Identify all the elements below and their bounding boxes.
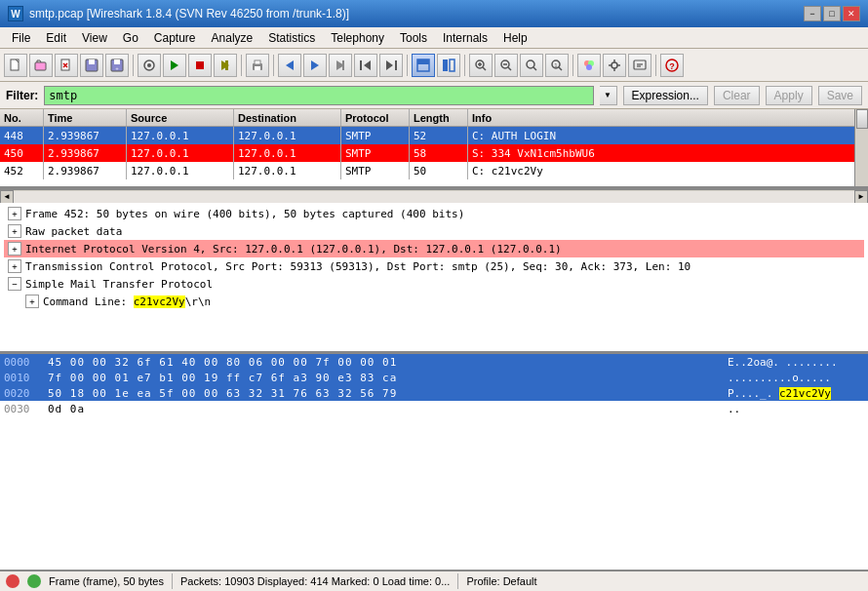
col-header-source: Source — [127, 109, 234, 126]
toolbar-first-btn[interactable] — [354, 54, 377, 77]
hex-row[interactable]: 0000 45 00 00 32 6f 61 40 00 80 06 00 00… — [0, 354, 868, 370]
menu-file[interactable]: File — [4, 29, 38, 47]
expand-icon[interactable]: + — [8, 259, 21, 273]
hex-ascii: E..2oa@. ........ — [728, 356, 864, 369]
col-header-info: Info — [468, 109, 868, 126]
expand-icon[interactable]: − — [8, 277, 21, 291]
detail-row-frame[interactable]: + Frame 452: 50 bytes on wire (400 bits)… — [4, 205, 864, 222]
toolbar-restart-btn[interactable] — [214, 54, 237, 77]
expand-icon[interactable]: + — [8, 224, 21, 238]
menu-telephony[interactable]: Telephony — [323, 29, 392, 47]
pkt-src: 127.0.0.1 — [127, 127, 234, 144]
title-bar-controls: − □ ✕ — [804, 6, 860, 21]
svg-point-38 — [527, 60, 534, 68]
hscroll-right-btn[interactable]: ► — [854, 190, 868, 204]
toolbar-preferences-btn[interactable] — [603, 54, 626, 77]
toolbar-zoom-out-btn[interactable] — [494, 54, 518, 77]
pkt-len: 58 — [410, 144, 468, 162]
hscroll-left-btn[interactable]: ◄ — [0, 190, 14, 204]
toolbar-colorize-btn[interactable] — [577, 54, 601, 77]
menu-capture[interactable]: Capture — [146, 29, 204, 47]
svg-line-39 — [533, 67, 536, 70]
detail-row-smtp[interactable]: − Simple Mail Transfer Protocol — [4, 275, 864, 293]
packet-list-scrollbar[interactable] — [854, 109, 868, 186]
packet-list-hscroll[interactable]: ◄ ► — [0, 189, 868, 203]
toolbar-new-btn[interactable] — [4, 54, 27, 77]
toolbar-open-btn[interactable] — [29, 54, 53, 77]
toolbar-close-btn[interactable] — [55, 54, 78, 77]
toolbar-zoom-fit-btn[interactable]: 1 — [545, 54, 569, 77]
detail-row-cmdline[interactable]: + Command Line: c21vc2Vy\r\n — [4, 293, 864, 310]
toolbar-sep-4 — [407, 55, 408, 76]
save-button[interactable]: Save — [818, 86, 862, 105]
filter-input[interactable] — [44, 86, 593, 105]
hex-row[interactable]: 0030 0d 0a .. — [0, 401, 868, 416]
maximize-button[interactable]: □ — [823, 6, 841, 21]
menu-internals[interactable]: Internals — [435, 29, 495, 47]
menu-tools[interactable]: Tools — [392, 29, 435, 47]
hex-ascii: ..........o..... — [728, 372, 864, 384]
clear-button[interactable]: Clear — [714, 86, 760, 105]
col-header-length: Length — [410, 109, 468, 126]
hex-row[interactable]: 0020 50 18 00 1e ea 5f 00 00 63 32 31 76… — [0, 385, 868, 401]
toolbar-back-btn[interactable] — [278, 54, 301, 77]
menu-help[interactable]: Help — [495, 29, 535, 47]
toolbar-zoom-in-btn[interactable] — [469, 54, 493, 77]
svg-line-32 — [483, 67, 486, 70]
menu-statistics[interactable]: Statistics — [260, 29, 323, 47]
toolbar-stop-btn[interactable] — [188, 54, 212, 77]
expand-icon[interactable]: + — [8, 242, 21, 256]
toolbar-view1-btn[interactable] — [412, 54, 435, 77]
toolbar-forward-btn[interactable] — [303, 54, 327, 77]
toolbar-last-btn[interactable] — [379, 54, 403, 77]
status-indicator-red — [6, 574, 20, 588]
hex-row[interactable]: 0010 7f 00 00 01 e7 b1 00 19 ff c7 6f a3… — [0, 370, 868, 385]
svg-marker-24 — [364, 60, 371, 70]
pkt-time: 2.939867 — [44, 144, 127, 162]
expression-button[interactable]: Expression... — [623, 86, 708, 105]
scrollbar-thumb[interactable] — [856, 109, 868, 129]
pkt-time: 2.939867 — [44, 162, 127, 179]
detail-row-tcp[interactable]: + Transmission Control Protocol, Src Por… — [4, 257, 864, 275]
pkt-no: 448 — [0, 127, 44, 144]
detail-text: Internet Protocol Version 4, Src: 127.0.… — [25, 243, 562, 256]
expand-icon[interactable]: + — [8, 207, 21, 220]
toolbar-annotate-btn[interactable] — [628, 54, 651, 77]
close-button[interactable]: ✕ — [843, 6, 860, 21]
detail-row-ip[interactable]: + Internet Protocol Version 4, Src: 127.… — [4, 240, 864, 257]
toolbar-zoom-reset-btn[interactable] — [520, 54, 543, 77]
svg-line-36 — [508, 67, 511, 70]
toolbar-sep-7 — [655, 55, 656, 76]
menu-analyze[interactable]: Analyze — [204, 29, 261, 47]
menu-go[interactable]: Go — [115, 29, 146, 47]
menu-view[interactable]: View — [74, 29, 115, 47]
svg-marker-20 — [311, 60, 319, 70]
hscroll-track[interactable] — [14, 191, 854, 203]
pkt-dst: 127.0.0.1 — [234, 162, 341, 179]
toolbar-start-btn[interactable] — [163, 54, 186, 77]
toolbar-sep-3 — [273, 55, 274, 76]
detail-row-raw[interactable]: + Raw packet data — [4, 222, 864, 240]
minimize-button[interactable]: − — [804, 6, 821, 21]
packet-row[interactable]: 448 2.939867 127.0.0.1 127.0.0.1 SMTP 52… — [0, 127, 868, 144]
toolbar-help-btn[interactable]: ? — [660, 54, 684, 77]
menu-edit[interactable]: Edit — [38, 29, 74, 47]
svg-point-46 — [612, 62, 617, 68]
pkt-src: 127.0.0.1 — [127, 144, 234, 162]
toolbar-save-as-btn[interactable]: + — [105, 54, 129, 77]
packet-row[interactable]: 450 2.939867 127.0.0.1 127.0.0.1 SMTP 58… — [0, 144, 868, 162]
hex-bytes: 50 18 00 1e ea 5f 00 00 63 32 31 76 63 3… — [48, 387, 728, 400]
packet-row[interactable]: 452 2.939867 127.0.0.1 127.0.0.1 SMTP 50… — [0, 162, 868, 179]
detail-text: Frame 452: 50 bytes on wire (400 bits), … — [25, 208, 464, 220]
filter-dropdown-btn[interactable]: ▼ — [600, 86, 617, 105]
apply-button[interactable]: Apply — [766, 86, 812, 105]
hex-offset: 0010 — [4, 372, 48, 384]
toolbar-view2-btn[interactable] — [437, 54, 460, 77]
toolbar-options-btn[interactable] — [138, 54, 161, 77]
expand-icon[interactable]: + — [25, 295, 39, 308]
toolbar-goto-btn[interactable] — [329, 54, 352, 77]
title-bar: W smtp.pcap [Wireshark 1.8.4 (SVN Rev 46… — [0, 0, 868, 27]
toolbar-print-btn[interactable] — [246, 54, 269, 77]
packet-list-header: No. Time Source Destination Protocol Len… — [0, 109, 868, 127]
toolbar-save-btn[interactable] — [80, 54, 103, 77]
